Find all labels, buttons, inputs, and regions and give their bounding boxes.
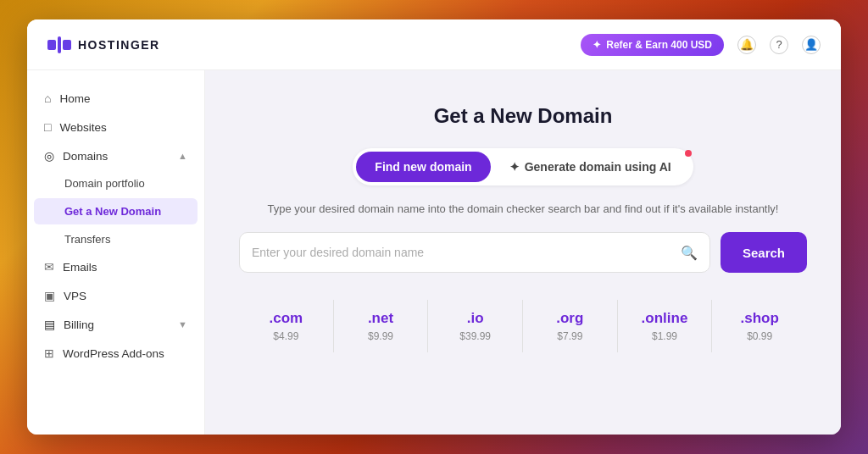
get-new-domain-label: Get a New Domain <box>64 205 161 218</box>
refer-icon: ✦ <box>593 39 601 51</box>
search-bar: 🔍 Search <box>239 232 807 273</box>
app-window: HOSTINGER ✦ Refer & Earn 400 USD 🔔 ? 👤 ⌂… <box>27 19 841 435</box>
refer-button[interactable]: ✦ Refer & Earn 400 USD <box>581 34 724 56</box>
ai-sparkle-icon: ✦ <box>509 160 520 174</box>
tld-grid: .com $4.99 .net $9.99 .io $39.99 .org $7… <box>239 300 807 352</box>
transfers-label: Transfers <box>64 233 110 246</box>
tab-find-domain[interactable]: Find new domain <box>356 152 490 182</box>
search-icon: 🔍 <box>681 245 698 261</box>
tld-price-online: $1.99 <box>652 330 677 342</box>
sidebar-item-get-new-domain[interactable]: Get a New Domain <box>34 198 198 224</box>
main-content: Get a New Domain Find new domain ✦ Gener… <box>205 70 841 435</box>
sidebar-label-emails: Emails <box>63 261 97 274</box>
tld-price-net: $9.99 <box>368 330 393 342</box>
domains-chevron-icon: ▲ <box>178 151 187 161</box>
sidebar-label-home: Home <box>59 92 90 105</box>
tld-price-com: $4.99 <box>273 330 298 342</box>
emails-icon: ✉ <box>44 260 54 274</box>
page-title: Get a New Domain <box>434 104 613 128</box>
tld-name-com: .com <box>269 310 303 327</box>
sidebar-label-vps: VPS <box>64 290 86 302</box>
help-icon[interactable]: ? <box>770 36 788 54</box>
logo-icon <box>47 36 71 53</box>
sidebar-item-domain-portfolio[interactable]: Domain portfolio <box>27 170 204 197</box>
user-icon[interactable]: 👤 <box>802 36 821 54</box>
svg-rect-2 <box>63 40 71 50</box>
search-input-wrap: 🔍 <box>239 232 710 273</box>
tld-price-io: $39.99 <box>459 330 491 342</box>
search-subtitle: Type your desired domain name into the d… <box>268 202 779 215</box>
vps-icon: ▣ <box>44 289 55 302</box>
domain-portfolio-label: Domain portfolio <box>64 177 145 190</box>
wordpress-icon: ⊞ <box>44 346 54 360</box>
sidebar-item-websites[interactable]: □ Websites <box>27 113 204 141</box>
tld-name-org: .org <box>556 310 583 327</box>
header-right: ✦ Refer & Earn 400 USD 🔔 ? 👤 <box>581 34 821 56</box>
logo-text: HOSTINGER <box>78 38 160 52</box>
tld-price-shop: $0.99 <box>747 330 772 342</box>
tld-item-io[interactable]: .io $39.99 <box>428 300 523 352</box>
websites-icon: □ <box>44 120 51 134</box>
billing-chevron-icon: ▼ <box>178 319 187 329</box>
domains-icon: ◎ <box>44 149 54 163</box>
sidebar-item-vps[interactable]: ▣ VPS <box>27 281 204 310</box>
tld-item-com[interactable]: .com $4.99 <box>239 300 334 352</box>
body: ⌂ Home □ Websites ◎ Domains ▲ Domain por… <box>27 70 841 435</box>
svg-rect-0 <box>47 40 56 50</box>
domains-group-label: Domains <box>63 150 108 163</box>
tab-switcher: Find new domain ✦ Generate domain using … <box>353 148 693 185</box>
tab-ai-label: Generate domain using AI <box>525 160 671 174</box>
notification-icon[interactable]: 🔔 <box>737 36 756 54</box>
sidebar-item-wordpress[interactable]: ⊞ WordPress Add-ons <box>27 339 204 368</box>
tld-name-shop: .shop <box>740 310 778 327</box>
logo: HOSTINGER <box>47 36 160 53</box>
tld-item-shop[interactable]: .shop $0.99 <box>712 300 807 352</box>
sidebar-item-billing[interactable]: ▤ Billing ▼ <box>27 310 204 339</box>
tld-name-net: .net <box>368 310 393 327</box>
sidebar: ⌂ Home □ Websites ◎ Domains ▲ Domain por… <box>27 70 205 435</box>
sidebar-label-billing: Billing <box>64 318 94 331</box>
domains-group-left: ◎ Domains <box>44 149 108 163</box>
billing-left: ▤ Billing <box>44 318 94 331</box>
tld-price-org: $7.99 <box>557 330 582 342</box>
notification-dot <box>685 150 692 157</box>
tld-item-org[interactable]: .org $7.99 <box>523 300 618 352</box>
tld-name-io: .io <box>467 310 484 327</box>
sidebar-label-websites: Websites <box>59 121 106 134</box>
header: HOSTINGER ✦ Refer & Earn 400 USD 🔔 ? 👤 <box>27 19 841 70</box>
svg-rect-1 <box>58 36 61 53</box>
refer-label: Refer & Earn 400 USD <box>606 39 712 51</box>
search-button[interactable]: Search <box>721 232 807 273</box>
tab-ai-domain[interactable]: ✦ Generate domain using AI <box>491 152 690 182</box>
sidebar-label-wordpress: WordPress Add-ons <box>63 347 164 360</box>
tld-item-net[interactable]: .net $9.99 <box>334 300 429 352</box>
home-icon: ⌂ <box>44 91 51 105</box>
sidebar-item-home[interactable]: ⌂ Home <box>27 84 204 113</box>
tld-name-online: .online <box>642 310 688 327</box>
sidebar-item-transfers[interactable]: Transfers <box>27 226 204 252</box>
tld-item-online[interactable]: .online $1.99 <box>618 300 713 352</box>
sidebar-item-emails[interactable]: ✉ Emails <box>27 252 204 281</box>
search-input[interactable] <box>252 246 681 259</box>
sidebar-group-domains[interactable]: ◎ Domains ▲ <box>27 141 204 170</box>
billing-icon: ▤ <box>44 318 55 331</box>
